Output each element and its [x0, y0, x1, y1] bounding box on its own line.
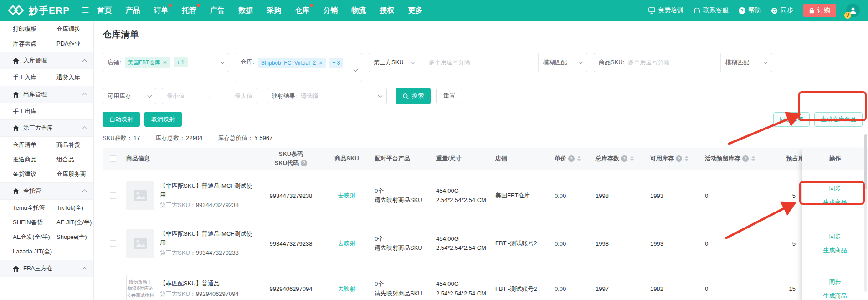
home-icon — [13, 266, 19, 272]
third-sku-match-select[interactable]: 模糊匹配 — [543, 58, 587, 67]
nav-item-ads[interactable]: 广告 — [210, 6, 225, 16]
stock-type-select[interactable]: 可用库存 — [103, 88, 156, 104]
third-sku-select[interactable]: 第三方SKU — [369, 58, 419, 67]
hamburger-icon[interactable]: ☰ — [82, 5, 89, 16]
nav-item-purchase[interactable]: 采购 — [267, 6, 281, 16]
search-button[interactable]: 搜索 — [396, 88, 431, 104]
available-stock: 1993 — [647, 192, 702, 199]
row-checkbox[interactable] — [110, 192, 116, 199]
sidebar-section-fba[interactable]: FBA三方仓 — [0, 260, 93, 277]
help-icon[interactable]: ? — [301, 160, 307, 166]
nav-item-logistics[interactable]: 物流 — [351, 6, 366, 16]
nav-item-data[interactable]: 数据 — [238, 6, 253, 16]
sku-barcode: 9934473279238 — [260, 192, 322, 199]
sidebar-item-push-products[interactable]: 推送商品 — [13, 152, 56, 167]
sidebar-section-inbound[interactable]: 入库管理 — [0, 52, 93, 69]
product-sku-match-select[interactable]: 模糊匹配 — [725, 58, 767, 67]
min-value-input[interactable]: 最小值 — [167, 92, 205, 100]
nav-item-authorization[interactable]: 授权 — [380, 6, 394, 16]
warehouse-filter[interactable]: 仓库: Shipbob_FC_Virtual_2✕ + 8 — [236, 53, 362, 82]
generate-product-link[interactable]: 生成商品 — [823, 198, 847, 207]
sync-row-link[interactable]: 同步 — [829, 233, 841, 241]
sidebar-section-full-hosting[interactable]: 全托管 — [0, 182, 93, 200]
row-checkbox[interactable] — [110, 240, 116, 247]
main-content: 仓库清单 店铺: 美国FBT仓库✕ + 1 仓库: Shipbob_FC_Vir… — [94, 21, 868, 300]
weight-size: 454.00G2.54*2.54*2.54 CM — [433, 234, 493, 253]
cancel-map-button[interactable]: 取消映射 — [144, 112, 182, 127]
nav-item-more[interactable]: 更多 — [408, 6, 422, 16]
auto-map-button[interactable]: 自动映射 — [103, 112, 140, 127]
sidebar-item-ae-warehouse[interactable]: AE仓发(全/半) — [13, 230, 56, 244]
store-filter[interactable]: 店铺: 美国FBT仓库✕ + 1 — [103, 53, 229, 72]
help-button[interactable]: ? 帮助 — [739, 6, 761, 15]
sort-icon[interactable] — [685, 156, 688, 161]
free-training-button[interactable]: 免费培训 — [648, 6, 683, 15]
third-party-sku: 第三方SKU：9929406297094 — [160, 290, 251, 299]
help-icon[interactable]: ? — [621, 155, 627, 162]
sync-row-link[interactable]: 同步 — [829, 278, 841, 286]
reset-button[interactable]: 重置 — [436, 88, 462, 104]
max-value-input[interactable]: 最大值 — [214, 92, 252, 100]
nav-item-orders[interactable]: 订单 — [154, 6, 168, 16]
sidebar-item-print-template[interactable]: 打印模板 — [13, 22, 56, 36]
sidebar-item-tiktok[interactable]: TikTok(全) — [56, 201, 93, 215]
sidebar-item-stock-count[interactable]: 库存盘点 — [13, 36, 56, 51]
nav-item-warehouse[interactable]: 仓库 — [295, 6, 309, 16]
nav-item-home[interactable]: 首页 — [97, 6, 112, 16]
sidebar-item-manual-outbound[interactable]: 手工出库 — [13, 104, 56, 119]
help-icon[interactable]: ? — [676, 155, 682, 162]
sidebar-item-lazada-jit[interactable]: Lazada JIT(全) — [13, 244, 56, 259]
sidebar-section-third-party[interactable]: 第三方仓库 — [0, 119, 93, 137]
warehouse-more-tag[interactable]: + 8 — [329, 58, 343, 68]
row-checkbox[interactable] — [110, 286, 116, 292]
map-sku-link[interactable]: 去映射 — [338, 240, 356, 247]
sidebar-item-return-inbound[interactable]: 退货入库 — [56, 70, 93, 85]
chevron-down-icon — [764, 60, 768, 64]
sidebar-item-pda[interactable]: PDA作业 — [56, 36, 93, 51]
generate-product-link[interactable]: 生成商品 — [823, 292, 847, 300]
sidebar-item-bundles[interactable]: 组合品 — [56, 152, 93, 167]
third-sku-input[interactable]: 多个用逗号分隔 — [429, 58, 534, 67]
sidebar-item-shein[interactable]: SHEIN备货 — [13, 215, 56, 230]
nav-item-distribution[interactable]: 分销 — [323, 6, 338, 16]
nav-item-hosting[interactable]: 托管 — [182, 6, 196, 16]
sync-button[interactable]: 同步 — [771, 6, 793, 15]
sidebar-item-shopee[interactable]: Shopee(全) — [56, 230, 93, 244]
nav-item-products[interactable]: 产品 — [125, 6, 140, 16]
subscribe-button[interactable]: 订购 — [803, 4, 836, 17]
sidebar-item-replenishment[interactable]: 商品补货 — [56, 138, 93, 152]
logo-icon — [8, 5, 25, 16]
product-sku-input[interactable]: 多个用逗号分隔 — [628, 58, 716, 67]
sidebar-item-manual-inbound[interactable]: 手工入库 — [13, 70, 56, 85]
sidebar-item-temu[interactable]: Temu全托管 — [13, 201, 56, 215]
sort-icon[interactable] — [751, 156, 755, 161]
map-sku-link[interactable]: 去映射 — [338, 285, 356, 292]
sidebar-item-ae-jit[interactable]: AE JIT(全/半) — [56, 215, 93, 230]
sidebar-item-stocking-advice[interactable]: 备货建议 — [13, 167, 56, 181]
close-icon[interactable]: ✕ — [318, 60, 323, 66]
product-name: 【非匹配SKU】普通品 — [160, 279, 256, 288]
avatar[interactable]: V — [846, 4, 860, 17]
sidebar-item-warehouse-list[interactable]: 仓库清单 — [13, 138, 56, 152]
sort-icon[interactable] — [577, 156, 581, 161]
product-name: 【非匹配SKU】普通品-MCF测试使用 — [160, 181, 256, 199]
generate-product-link[interactable]: 生成商品 — [823, 246, 847, 254]
sync-row-link[interactable]: 同步 — [829, 185, 841, 193]
app-logo[interactable]: 妙手ERP — [8, 4, 70, 17]
sync-stock-button[interactable]: 同步库存 — [773, 112, 810, 127]
contact-support-button[interactable]: 联系客服 — [693, 6, 729, 15]
generate-warehouse-product-button[interactable]: 生成仓库商品 — [814, 112, 863, 127]
select-all-checkbox[interactable] — [110, 155, 116, 162]
map-sku-link[interactable]: 去映射 — [338, 192, 356, 199]
close-icon[interactable]: ✕ — [163, 60, 167, 66]
store-more-tag[interactable]: + 1 — [174, 57, 188, 67]
sort-icon[interactable] — [630, 156, 634, 161]
help-icon[interactable]: ? — [742, 155, 749, 162]
mapping-result-select[interactable]: 映射结果: 请选择 — [267, 88, 387, 104]
sidebar-section-outbound[interactable]: 出库管理 — [0, 86, 93, 103]
sidebar-item-warehouse-transfer[interactable]: 仓库调拨 — [56, 22, 93, 36]
help-icon[interactable]: ? — [568, 155, 575, 162]
sidebar-item-warehouse-provider[interactable]: 仓库服务商 — [56, 167, 93, 181]
vertical-scrollbar[interactable] — [864, 134, 867, 292]
home-icon — [13, 92, 19, 98]
